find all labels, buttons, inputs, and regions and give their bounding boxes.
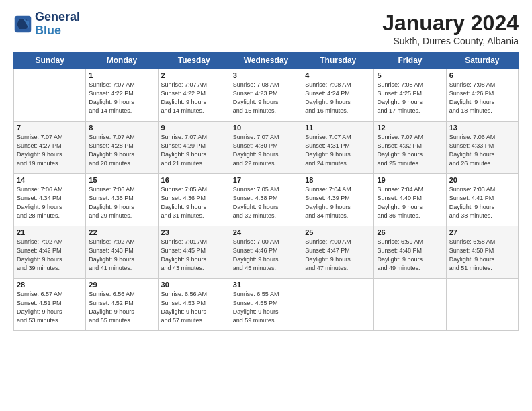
day-number: 3 <box>233 71 299 79</box>
day-cell <box>14 69 86 122</box>
day-info: Sunrise: 6:56 AM Sunset: 4:52 PM Dayligh… <box>89 290 154 325</box>
day-info: Sunrise: 6:59 AM Sunset: 4:48 PM Dayligh… <box>377 238 443 273</box>
day-info: Sunrise: 7:07 AM Sunset: 4:31 PM Dayligh… <box>305 133 371 168</box>
day-info: Sunrise: 7:00 AM Sunset: 4:46 PM Dayligh… <box>233 238 299 273</box>
day-info: Sunrise: 6:55 AM Sunset: 4:55 PM Dayligh… <box>233 290 299 325</box>
day-number: 7 <box>17 124 83 132</box>
day-info: Sunrise: 7:07 AM Sunset: 4:32 PM Dayligh… <box>377 133 443 168</box>
day-header-sunday: Sunday <box>14 52 86 69</box>
day-cell: 22Sunrise: 7:02 AM Sunset: 4:43 PM Dayli… <box>86 226 158 279</box>
day-info: Sunrise: 7:02 AM Sunset: 4:42 PM Dayligh… <box>17 238 83 273</box>
day-number: 13 <box>449 124 515 132</box>
day-number: 29 <box>89 281 154 289</box>
day-number: 4 <box>305 71 371 79</box>
day-cell <box>374 279 446 331</box>
day-cell: 21Sunrise: 7:02 AM Sunset: 4:42 PM Dayli… <box>14 226 86 279</box>
day-number: 23 <box>161 228 227 236</box>
day-info: Sunrise: 7:08 AM Sunset: 4:26 PM Dayligh… <box>449 81 515 116</box>
day-cell: 17Sunrise: 7:05 AM Sunset: 4:38 PM Dayli… <box>230 174 302 226</box>
day-info: Sunrise: 7:08 AM Sunset: 4:24 PM Dayligh… <box>305 81 371 116</box>
day-info: Sunrise: 7:04 AM Sunset: 4:39 PM Dayligh… <box>305 185 371 220</box>
day-cell: 29Sunrise: 6:56 AM Sunset: 4:52 PM Dayli… <box>86 279 158 331</box>
day-cell: 20Sunrise: 7:03 AM Sunset: 4:41 PM Dayli… <box>446 174 518 226</box>
day-info: Sunrise: 7:01 AM Sunset: 4:45 PM Dayligh… <box>161 238 227 273</box>
day-info: Sunrise: 7:06 AM Sunset: 4:33 PM Dayligh… <box>449 133 515 168</box>
day-cell: 6Sunrise: 7:08 AM Sunset: 4:26 PM Daylig… <box>446 69 518 122</box>
day-number: 30 <box>161 281 227 289</box>
title-block: January 2024 Sukth, Durres County, Alban… <box>382 11 519 46</box>
day-number: 15 <box>89 176 154 184</box>
day-cell: 1Sunrise: 7:07 AM Sunset: 4:22 PM Daylig… <box>86 69 158 122</box>
day-info: Sunrise: 7:07 AM Sunset: 4:30 PM Dayligh… <box>233 133 299 168</box>
day-number: 8 <box>89 124 154 132</box>
day-cell: 30Sunrise: 6:56 AM Sunset: 4:53 PM Dayli… <box>158 279 230 331</box>
day-cell: 13Sunrise: 7:06 AM Sunset: 4:33 PM Dayli… <box>446 122 518 174</box>
day-cell <box>302 279 374 331</box>
day-number: 17 <box>233 176 299 184</box>
week-row-2: 7Sunrise: 7:07 AM Sunset: 4:27 PM Daylig… <box>14 122 519 174</box>
day-number: 18 <box>305 176 371 184</box>
day-header-wednesday: Wednesday <box>230 52 302 69</box>
day-info: Sunrise: 7:02 AM Sunset: 4:43 PM Dayligh… <box>89 238 154 273</box>
day-info: Sunrise: 7:07 AM Sunset: 4:29 PM Dayligh… <box>161 133 227 168</box>
day-cell: 2Sunrise: 7:07 AM Sunset: 4:22 PM Daylig… <box>158 69 230 122</box>
day-cell: 8Sunrise: 7:07 AM Sunset: 4:28 PM Daylig… <box>86 122 158 174</box>
day-info: Sunrise: 7:07 AM Sunset: 4:27 PM Dayligh… <box>17 133 83 168</box>
logo-icon <box>13 15 32 34</box>
day-cell: 4Sunrise: 7:08 AM Sunset: 4:24 PM Daylig… <box>302 69 374 122</box>
day-header-monday: Monday <box>86 52 158 69</box>
day-info: Sunrise: 7:08 AM Sunset: 4:25 PM Dayligh… <box>377 81 443 116</box>
day-info: Sunrise: 7:07 AM Sunset: 4:22 PM Dayligh… <box>89 81 154 116</box>
day-cell: 14Sunrise: 7:06 AM Sunset: 4:34 PM Dayli… <box>14 174 86 226</box>
header-row: SundayMondayTuesdayWednesdayThursdayFrid… <box>14 52 519 69</box>
day-header-friday: Friday <box>374 52 446 69</box>
day-cell: 26Sunrise: 6:59 AM Sunset: 4:48 PM Dayli… <box>374 226 446 279</box>
day-cell: 31Sunrise: 6:55 AM Sunset: 4:55 PM Dayli… <box>230 279 302 331</box>
day-number: 24 <box>233 228 299 236</box>
day-number: 2 <box>161 71 227 79</box>
day-info: Sunrise: 7:06 AM Sunset: 4:34 PM Dayligh… <box>17 185 83 220</box>
week-row-5: 28Sunrise: 6:57 AM Sunset: 4:51 PM Dayli… <box>14 279 519 331</box>
day-info: Sunrise: 7:06 AM Sunset: 4:35 PM Dayligh… <box>89 185 154 220</box>
day-cell: 24Sunrise: 7:00 AM Sunset: 4:46 PM Dayli… <box>230 226 302 279</box>
day-number: 16 <box>161 176 227 184</box>
day-cell: 27Sunrise: 6:58 AM Sunset: 4:50 PM Dayli… <box>446 226 518 279</box>
week-row-1: 1Sunrise: 7:07 AM Sunset: 4:22 PM Daylig… <box>14 69 519 122</box>
day-cell: 7Sunrise: 7:07 AM Sunset: 4:27 PM Daylig… <box>14 122 86 174</box>
day-number: 14 <box>17 176 83 184</box>
day-cell: 5Sunrise: 7:08 AM Sunset: 4:25 PM Daylig… <box>374 69 446 122</box>
day-info: Sunrise: 6:58 AM Sunset: 4:50 PM Dayligh… <box>449 238 515 273</box>
day-cell: 16Sunrise: 7:05 AM Sunset: 4:36 PM Dayli… <box>158 174 230 226</box>
day-cell: 15Sunrise: 7:06 AM Sunset: 4:35 PM Dayli… <box>86 174 158 226</box>
day-number: 27 <box>449 228 515 236</box>
day-number: 31 <box>233 281 299 289</box>
logo: GeneralBlue <box>13 11 80 38</box>
day-number: 9 <box>161 124 227 132</box>
day-cell: 23Sunrise: 7:01 AM Sunset: 4:45 PM Dayli… <box>158 226 230 279</box>
day-number: 25 <box>305 228 371 236</box>
day-number: 26 <box>377 228 443 236</box>
day-info: Sunrise: 7:08 AM Sunset: 4:23 PM Dayligh… <box>233 81 299 116</box>
day-cell <box>446 279 518 331</box>
day-cell: 11Sunrise: 7:07 AM Sunset: 4:31 PM Dayli… <box>302 122 374 174</box>
day-cell: 3Sunrise: 7:08 AM Sunset: 4:23 PM Daylig… <box>230 69 302 122</box>
day-cell: 12Sunrise: 7:07 AM Sunset: 4:32 PM Dayli… <box>374 122 446 174</box>
day-number: 28 <box>17 281 83 289</box>
header: GeneralBlue January 2024 Sukth, Durres C… <box>13 11 519 46</box>
day-info: Sunrise: 6:57 AM Sunset: 4:51 PM Dayligh… <box>17 290 83 325</box>
day-info: Sunrise: 7:04 AM Sunset: 4:40 PM Dayligh… <box>377 185 443 220</box>
day-number: 19 <box>377 176 443 184</box>
day-number: 11 <box>305 124 371 132</box>
day-number: 6 <box>449 71 515 79</box>
day-cell: 28Sunrise: 6:57 AM Sunset: 4:51 PM Dayli… <box>14 279 86 331</box>
day-number: 21 <box>17 228 83 236</box>
month-title: January 2024 <box>382 11 519 36</box>
day-number: 10 <box>233 124 299 132</box>
day-info: Sunrise: 7:07 AM Sunset: 4:22 PM Dayligh… <box>161 81 227 116</box>
day-info: Sunrise: 7:05 AM Sunset: 4:38 PM Dayligh… <box>233 185 299 220</box>
day-header-saturday: Saturday <box>446 52 518 69</box>
day-cell: 19Sunrise: 7:04 AM Sunset: 4:40 PM Dayli… <box>374 174 446 226</box>
day-number: 1 <box>89 71 154 79</box>
day-number: 12 <box>377 124 443 132</box>
logo-text: GeneralBlue <box>35 11 80 38</box>
